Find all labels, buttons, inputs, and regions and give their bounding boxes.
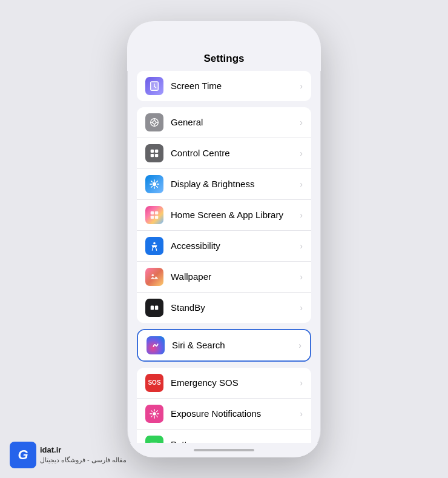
sos-chevron: › xyxy=(300,378,303,388)
settings-title: Settings xyxy=(127,48,321,71)
svg-line-41 xyxy=(156,410,157,411)
settings-row-wallpaper[interactable]: Wallpaper › xyxy=(137,262,311,293)
svg-rect-31 xyxy=(151,305,154,310)
settings-row-battery[interactable]: Battery › xyxy=(137,430,311,443)
sos-label: Emergency SOS xyxy=(171,377,297,388)
sos-icon: SOS xyxy=(145,374,163,392)
highlighted-row-wrapper: Siri & Search › xyxy=(137,329,311,362)
battery-chevron: › xyxy=(300,440,303,443)
screentime-chevron: › xyxy=(300,81,303,91)
accessibility-chevron: › xyxy=(300,241,303,251)
settings-row-display[interactable]: Display & Brightness › xyxy=(137,169,311,200)
svg-line-40 xyxy=(156,416,157,417)
display-icon xyxy=(145,175,163,193)
svg-line-42 xyxy=(151,416,153,417)
display-chevron: › xyxy=(300,179,303,189)
svg-line-20 xyxy=(156,186,157,187)
exposure-label: Exposure Notifications xyxy=(171,408,297,419)
svg-rect-23 xyxy=(151,211,154,214)
svg-line-19 xyxy=(151,181,153,182)
section-screentime: Screen Time › xyxy=(137,71,311,101)
svg-line-21 xyxy=(156,181,157,182)
settings-row-screentime[interactable]: Screen Time › xyxy=(137,71,311,101)
accessibility-label: Accessibility xyxy=(171,241,297,251)
settings-row-accessibility[interactable]: Accessibility › xyxy=(137,231,311,262)
bottom-bar xyxy=(127,443,321,457)
settings-row-controlcentre[interactable]: Control Centre › xyxy=(137,138,311,169)
standby-label: StandBy xyxy=(171,302,297,313)
svg-line-39 xyxy=(151,410,153,411)
svg-point-30 xyxy=(152,274,154,276)
battery-icon xyxy=(145,436,163,443)
standby-chevron: › xyxy=(300,303,303,313)
svg-point-5 xyxy=(153,121,156,124)
svg-rect-12 xyxy=(151,153,154,156)
svg-line-28 xyxy=(152,248,153,250)
homescreen-chevron: › xyxy=(300,210,303,220)
screentime-icon xyxy=(145,77,163,95)
siri-icon xyxy=(147,336,165,354)
settings-row-sos[interactable]: SOS Emergency SOS › xyxy=(137,368,311,399)
section-siri: Siri & Search › xyxy=(137,329,311,362)
watermark-site: idat.ir xyxy=(40,445,61,454)
svg-rect-10 xyxy=(151,149,154,152)
screentime-label: Screen Time xyxy=(171,81,297,91)
homescreen-icon xyxy=(145,206,163,224)
section-display-group: General › Control Centre › xyxy=(137,107,311,323)
svg-rect-11 xyxy=(155,149,158,152)
svg-line-22 xyxy=(151,186,153,187)
exposure-chevron: › xyxy=(300,409,303,419)
display-label: Display & Brightness xyxy=(171,179,297,189)
section-safety-group: SOS Emergency SOS › xyxy=(137,368,311,443)
svg-point-14 xyxy=(153,182,156,185)
siri-label: Siri & Search xyxy=(172,340,296,350)
svg-rect-25 xyxy=(151,215,154,218)
homescreen-label: Home Screen & App Library xyxy=(171,210,297,220)
watermark-logo: G xyxy=(10,442,36,468)
svg-rect-32 xyxy=(155,305,158,310)
wallpaper-icon xyxy=(145,268,163,286)
phone-frame: Settings Screen Time › xyxy=(127,21,321,457)
accessibility-icon xyxy=(145,237,163,255)
general-icon xyxy=(145,113,163,131)
standby-icon xyxy=(145,299,163,317)
controlcentre-icon xyxy=(145,144,163,162)
settings-row-general[interactable]: General › xyxy=(137,107,311,138)
svg-point-34 xyxy=(153,412,156,415)
watermark: G idat.ir مقاله فارسی - فروشگاه دیجیتال xyxy=(10,442,127,468)
svg-point-27 xyxy=(153,242,156,244)
watermark-text-block: idat.ir مقاله فارسی - فروشگاه دیجیتال xyxy=(40,445,127,465)
controlcentre-label: Control Centre xyxy=(171,148,297,158)
general-label: General xyxy=(171,117,297,127)
general-chevron: › xyxy=(300,118,303,127)
battery-label: Battery xyxy=(171,439,297,443)
siri-chevron: › xyxy=(298,340,301,350)
watermark-tagline: مقاله فارسی - فروشگاه دیجیتال xyxy=(40,456,127,463)
svg-rect-13 xyxy=(155,153,158,156)
settings-row-standby[interactable]: StandBy › xyxy=(137,293,311,323)
svg-rect-24 xyxy=(155,211,158,214)
wallpaper-label: Wallpaper xyxy=(171,271,297,282)
svg-rect-26 xyxy=(155,215,158,218)
settings-row-exposure[interactable]: Exposure Notifications › xyxy=(137,399,311,430)
home-indicator xyxy=(194,449,254,451)
settings-row-homescreen[interactable]: Home Screen & App Library › xyxy=(137,200,311,231)
settings-row-siri[interactable]: Siri & Search › xyxy=(138,330,310,360)
wallpaper-chevron: › xyxy=(300,272,303,282)
exposure-icon xyxy=(145,405,163,423)
svg-line-29 xyxy=(156,248,157,250)
scroll-area: Screen Time › General › xyxy=(127,71,321,443)
status-bar xyxy=(127,21,321,48)
controlcentre-chevron: › xyxy=(300,148,303,158)
